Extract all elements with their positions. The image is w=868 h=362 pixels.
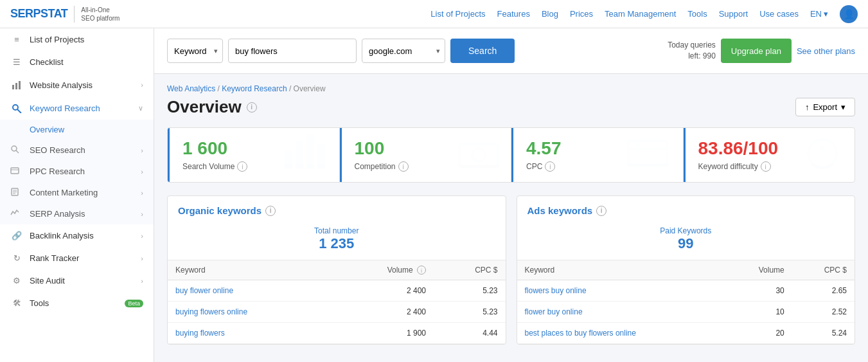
ads-keywords-section: Ads keywords i Paid Keywords 99 Keyword [517, 195, 856, 345]
chevron-right-icon: › [141, 147, 143, 154]
search-input[interactable] [228, 39, 357, 63]
domain-select-wrapper[interactable]: google.com google.co.uk [362, 39, 445, 63]
breadcrumb-keyword-research[interactable]: Keyword Research [222, 84, 287, 93]
key-icon [10, 103, 23, 113]
table-row: flower buy online 10 2.52 [517, 302, 855, 323]
keyword-link[interactable]: flowers buy online [525, 286, 587, 295]
sidebar-sub-ppc-research[interactable]: PPC Research › [0, 161, 154, 182]
organic-keywords-section: Organic keywords i Total number 1 235 K [167, 195, 506, 345]
svg-rect-2 [19, 81, 21, 89]
breadcrumb-web-analytics[interactable]: Web Analytics [167, 84, 215, 93]
title-info-icon[interactable]: i [247, 102, 257, 113]
top-navigation: SERPSTAT All-in-One SEO platform List of… [0, 0, 868, 28]
keyword-difficulty-info-icon[interactable]: i [761, 161, 771, 172]
volume-cell: 2 400 [332, 280, 434, 302]
organic-keywords-info-icon[interactable]: i [265, 206, 276, 216]
search-volume-info-icon[interactable]: i [237, 161, 247, 172]
logo[interactable]: SERPSTAT All-in-One SEO platform [10, 6, 120, 23]
organic-total-row: Total number 1 235 [168, 221, 506, 260]
ads-total-label: Paid Keywords [517, 226, 855, 235]
keyword-cell: flowers buy online [517, 280, 725, 302]
cpc-info-icon[interactable]: i [545, 161, 555, 172]
keyword-link[interactable]: flower buy online [525, 307, 583, 316]
nav-tools[interactable]: Tools [687, 9, 707, 19]
upgrade-plan-button[interactable]: Upgrade plan [721, 39, 792, 63]
competition-info-icon[interactable]: i [398, 161, 409, 172]
search-button[interactable]: Search [450, 39, 515, 63]
metric-card-competition: 100 Competition i [340, 128, 512, 182]
cpc-cell: 5.23 [434, 280, 505, 302]
svg-point-18 [472, 149, 485, 161]
sidebar-item-checklist[interactable]: ☰ Checklist [0, 51, 154, 73]
cpc-cell: 4.44 [434, 323, 505, 344]
keyword-link[interactable]: buying flowers [175, 329, 225, 338]
organic-keywords-title: Organic keywords i [178, 205, 495, 216]
nav-support[interactable]: Support [719, 9, 748, 19]
organic-total-value: 1 235 [168, 235, 506, 252]
top-nav-links: List of Projects Features Blog Prices Te… [430, 5, 858, 23]
nav-team-management[interactable]: Team Management [605, 9, 676, 19]
sidebar-sub-overview[interactable]: Overview [0, 120, 154, 140]
nav-list-of-projects[interactable]: List of Projects [430, 9, 485, 19]
keyword-link[interactable]: best places to buy flowers online [525, 329, 636, 338]
chevron-right-icon: › [141, 168, 143, 176]
main-content: Keyword Domain URL google.com google.co.… [154, 28, 868, 362]
volume-info-icon[interactable]: i [417, 266, 426, 275]
svg-rect-16 [317, 144, 325, 168]
nav-use-cases[interactable]: Use cases [759, 9, 799, 19]
sidebar-item-tools[interactable]: 🛠 Tools Beta [0, 292, 154, 314]
table-row: buying flowers online 2 400 5.23 [168, 302, 506, 323]
svg-rect-7 [11, 168, 19, 174]
nav-prices[interactable]: Prices [570, 9, 593, 19]
see-other-plans-link[interactable]: See other plans [797, 46, 855, 56]
ads-total-value: 99 [517, 235, 855, 252]
domain-select[interactable]: google.com google.co.uk [362, 39, 445, 63]
ads-total-row: Paid Keywords 99 [517, 221, 855, 260]
col-volume: Volume i [332, 260, 434, 280]
ads-keywords-table: Keyword Volume CPC $ flowers buy online … [517, 260, 855, 344]
competition-bg-icon [453, 131, 504, 179]
search-type-wrapper[interactable]: Keyword Domain URL [167, 39, 223, 63]
sidebar-item-rank-tracker[interactable]: ↻ Rank Tracker › [0, 247, 154, 269]
search-bar: Keyword Domain URL google.com google.co.… [154, 28, 868, 74]
chevron-down-icon: ∨ [138, 104, 143, 113]
nav-blog[interactable]: Blog [542, 9, 558, 19]
language-selector[interactable]: EN ▾ [810, 9, 828, 19]
organic-keywords-card: Organic keywords i Total number 1 235 K [167, 195, 506, 345]
nav-features[interactable]: Features [497, 9, 530, 19]
sidebar-item-backlink-analysis[interactable]: 🔗 Backlink Analysis › [0, 224, 154, 247]
sidebar-sub-content-marketing[interactable]: Content Marketing › [0, 182, 154, 203]
sidebar-item-website-analysis[interactable]: Website Analysis › [0, 73, 154, 96]
svg-rect-19 [628, 141, 667, 165]
sidebar-item-list-of-projects[interactable]: ≡ List of Projects [0, 28, 154, 51]
chevron-right-icon: › [141, 255, 143, 262]
sidebar-item-site-audit[interactable]: ⚙ Site Audit › [0, 269, 154, 292]
table-row: flowers buy online 30 2.65 [517, 280, 855, 302]
svg-point-21 [636, 143, 640, 147]
sidebar-sub-serp-analysis[interactable]: SERP Analysis › [0, 203, 154, 224]
table-row: buying flowers 1 900 4.44 [168, 323, 506, 344]
breadcrumb-overview: Overview [294, 84, 326, 93]
svg-rect-0 [12, 85, 14, 89]
metric-card-keyword-difficulty: 83.86/100 Keyword difficulty i [684, 128, 855, 182]
col-cpc: CPC $ [434, 260, 505, 280]
breadcrumb: Web Analytics / Keyword Research / Overv… [167, 84, 855, 93]
tools-icon: 🛠 [10, 298, 23, 308]
user-avatar[interactable]: 👤 [840, 5, 858, 23]
ads-keywords-card: Ads keywords i Paid Keywords 99 Keyword [517, 195, 856, 345]
export-icon: ↑ [805, 102, 810, 112]
export-button[interactable]: ↑ Export ▾ [795, 98, 855, 116]
keyword-cell: buy flower online [168, 280, 332, 302]
keyword-link[interactable]: buying flowers online [175, 307, 247, 316]
table-row: buy flower online 2 400 5.23 [168, 280, 506, 302]
svg-rect-14 [296, 141, 303, 168]
svg-rect-13 [285, 150, 292, 168]
volume-cell: 10 [725, 302, 792, 323]
svg-point-5 [12, 146, 17, 151]
sidebar-item-keyword-research[interactable]: Keyword Research ∨ [0, 96, 154, 120]
keyword-link[interactable]: buy flower online [175, 286, 233, 295]
ads-keywords-info-icon[interactable]: i [596, 206, 607, 216]
link-icon: 🔗 [10, 231, 23, 240]
sidebar-sub-seo-research[interactable]: SEO Research › [0, 140, 154, 161]
search-type-select[interactable]: Keyword Domain URL [167, 39, 223, 63]
